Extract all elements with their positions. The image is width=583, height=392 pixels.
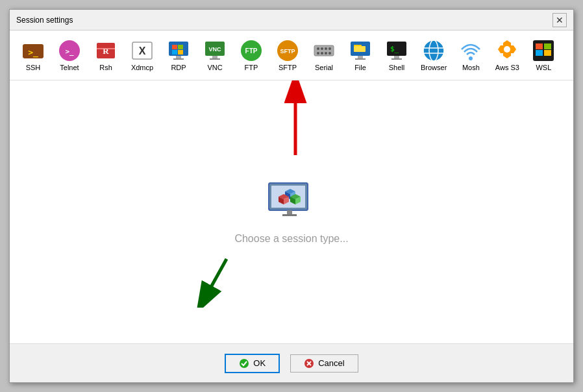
shell-icon: $_ [385,39,408,62]
red-arrow-annotation [10,80,575,158]
svg-line-72 [204,259,227,300]
session-icon-file[interactable]: File [343,36,377,75]
main-content: Choose a session type... [10,80,573,343]
svg-rect-15 [178,50,183,55]
sftp-label: SFTP [279,64,297,71]
svg-point-27 [325,47,327,50]
session-icon-vnc[interactable]: VNC VNC [198,36,232,75]
svg-rect-18 [210,58,220,60]
svg-point-28 [329,47,331,50]
session-icon-ssh[interactable]: >_ SSH [16,36,50,75]
browser-icon [422,39,445,62]
rsh-icon-img: R [94,39,118,62]
svg-text:X: X [139,45,146,56]
ftp-icon: FTP [240,39,263,62]
file-label: File [354,64,366,71]
ok-button[interactable]: OK [225,354,280,373]
svg-rect-39 [394,56,399,58]
telnet-icon-img: >_ [58,39,81,62]
title-bar: Session settings ✕ [10,10,573,31]
cancel-label: Cancel [318,358,344,368]
session-icon-sftp[interactable]: SFTP SFTP [271,36,304,75]
session-icons-bar: >_ SSH >_ Telnet R [10,31,573,80]
svg-text:>_: >_ [65,47,74,56]
choose-session-icon [266,180,317,225]
session-icon-shell[interactable]: $_ Shell [380,36,414,75]
serial-icon [312,39,336,62]
svg-point-25 [317,47,319,50]
session-icon-xdmcp[interactable]: X Xdmcp [125,36,159,75]
session-icon-serial[interactable]: Serial [307,36,341,75]
svg-rect-24 [314,45,334,56]
svg-rect-40 [391,58,402,60]
svg-point-29 [317,52,319,55]
xdmcp-label: Xdmcp [131,64,153,71]
svg-rect-12 [172,45,177,49]
vnc-label: VNC [207,64,222,71]
serial-icon-img [312,39,336,62]
browser-icon-img [422,39,445,62]
vnc-icon: VNC [203,39,227,62]
svg-point-31 [325,52,327,55]
session-icon-browser[interactable]: Browser [416,36,451,75]
svg-text:>_: >_ [28,47,38,58]
close-button[interactable]: ✕ [552,13,567,27]
rdp-icon [167,39,190,62]
xdmcp-icon: X [130,39,154,62]
wsl-icon [532,39,555,62]
svg-rect-52 [544,43,551,49]
session-icon-rsh[interactable]: R Rsh [89,36,123,75]
rsh-icon: R [94,39,118,62]
rdp-label: RDP [171,64,186,71]
svg-rect-54 [544,50,551,56]
svg-rect-17 [212,56,217,58]
svg-point-49 [504,46,510,53]
svg-rect-14 [172,50,177,55]
ssh-icon: >_ [21,39,45,62]
file-icon [349,39,372,62]
svg-rect-70 [282,214,297,216]
svg-point-73 [240,359,249,368]
file-icon-img [349,39,372,62]
ok-label: OK [253,358,266,368]
choose-session-text: Choose a session type... [234,233,348,245]
mosh-label: Mosh [462,64,480,71]
awss3-icon-img [495,39,519,62]
green-arrow-annotation [175,256,253,308]
svg-rect-34 [358,56,363,58]
svg-rect-10 [176,56,181,58]
svg-text:$_: $_ [390,45,399,53]
shell-label: Shell [389,64,404,71]
session-icon-telnet[interactable]: >_ Telnet [53,36,86,75]
awss3-icon [495,39,519,62]
ssh-icon-img: >_ [21,39,45,62]
session-icon-mosh[interactable]: Mosh [454,36,488,75]
svg-text:FTP: FTP [245,47,258,55]
svg-rect-37 [354,46,366,52]
mosh-icon [459,39,482,62]
ssh-label: SSH [26,64,41,71]
serial-label: Serial [315,64,333,71]
sftp-icon: SFTP [276,39,299,62]
rdp-icon-img [167,39,190,62]
awss3-label: Aws S3 [495,64,519,71]
svg-rect-13 [178,45,183,49]
cancel-button[interactable]: Cancel [290,354,358,373]
svg-point-47 [469,56,473,60]
vnc-icon-img: VNC [203,39,227,62]
rsh-label: Rsh [99,64,112,71]
session-icon-awss3[interactable]: Aws S3 [490,36,524,75]
svg-point-26 [321,47,323,50]
session-icon-ftp[interactable]: FTP FTP [234,36,268,75]
session-icon-rdp[interactable]: RDP [162,36,195,75]
session-icon-wsl[interactable]: WSL [527,36,560,75]
svg-rect-35 [355,58,366,60]
svg-text:VNC: VNC [208,46,221,53]
svg-text:R: R [103,46,109,56]
session-settings-dialog: Session settings ✕ >_ SSH >_ Telnet [9,9,574,383]
svg-point-30 [321,52,323,55]
telnet-icon: >_ [58,39,81,62]
sftp-icon-img: SFTP [276,39,299,62]
svg-rect-69 [287,210,292,214]
ftp-label: FTP [245,64,258,71]
